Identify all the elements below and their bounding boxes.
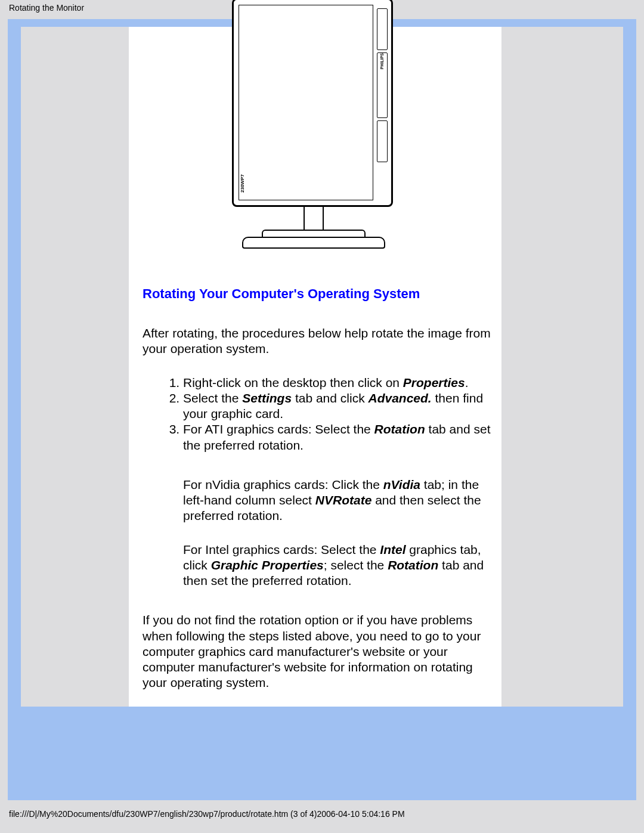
rotation-keyword: Rotation — [374, 422, 425, 436]
intel-paragraph: For Intel graphics cards: Select the Int… — [143, 542, 494, 589]
advanced-keyword: Advanced. — [368, 391, 431, 405]
text: Right-click on the desktop then click on — [183, 376, 403, 389]
monitor-bezel: 230WP7 PHILIPS — [232, 0, 393, 207]
footer-file-path: file:///D|/My%20Documents/dfu/230WP7/eng… — [9, 809, 405, 819]
nvidia-keyword: nVidia — [383, 478, 420, 491]
graphic-properties-keyword: Graphic Properties — [211, 558, 324, 572]
document-content: Rotating Your Computer's Operating Syste… — [143, 286, 494, 709]
outro-paragraph: If you do not find the rotation option o… — [143, 612, 494, 690]
section-heading: Rotating Your Computer's Operating Syste… — [143, 286, 494, 302]
text: tab and click — [292, 391, 368, 405]
monitor-button-seg — [377, 120, 388, 162]
outer-blue-frame: 230WP7 PHILIPS Rotating Your Computer's … — [8, 19, 636, 800]
monitor-neck — [304, 207, 324, 231]
monitor-brand-icon: PHILIPS — [377, 52, 388, 118]
nvrotate-keyword: NVRotate — [315, 493, 372, 507]
settings-keyword: Settings — [242, 391, 292, 405]
text: For nVidia graphics cards: Click the — [183, 478, 383, 491]
step-3: For ATI graphics cards: Select the Rotat… — [183, 422, 494, 453]
steps-list: Right-click on the desktop then click on… — [143, 375, 494, 453]
monitor-button-seg — [377, 8, 388, 50]
step-1: Right-click on the desktop then click on… — [183, 375, 494, 391]
monitor-screen: 230WP7 — [239, 5, 373, 200]
text: ; select the — [324, 558, 388, 572]
text: For Intel graphics cards: Select the — [183, 543, 380, 556]
properties-keyword: Properties — [403, 376, 465, 389]
nvidia-paragraph: For nVidia graphics cards: Click the nVi… — [143, 477, 494, 524]
monitor-stand-base — [242, 237, 385, 249]
inner-grey-area: 230WP7 PHILIPS Rotating Your Computer's … — [21, 27, 623, 707]
text: . — [465, 376, 469, 389]
rotation-keyword: Rotation — [388, 558, 438, 572]
monitor-button-column: PHILIPS — [377, 8, 388, 197]
step-2: Select the Settings tab and click Advanc… — [183, 391, 494, 422]
monitor-brand-label: 230WP7 — [240, 174, 245, 193]
document-page: 230WP7 PHILIPS Rotating Your Computer's … — [129, 27, 501, 707]
text: For ATI graphics cards: Select the — [183, 422, 374, 436]
intel-keyword: Intel — [380, 543, 405, 556]
text: Select the — [183, 391, 242, 405]
monitor-illustration: 230WP7 PHILIPS — [232, 0, 399, 281]
intro-paragraph: After rotating, the procedures below hel… — [143, 326, 494, 357]
